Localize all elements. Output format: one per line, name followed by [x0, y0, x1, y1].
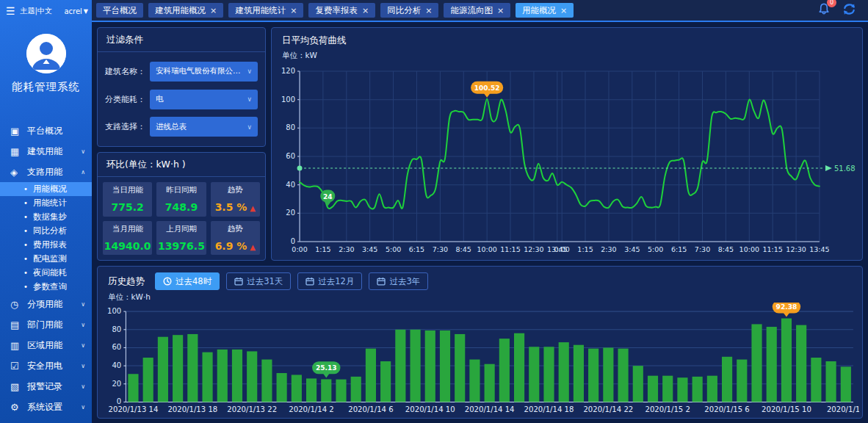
bar	[128, 374, 138, 402]
theme-language-switcher[interactable]: 主题|中文	[21, 6, 52, 16]
safety-power-icon: ☑	[10, 361, 27, 372]
range-button[interactable]: 过去31天	[226, 272, 291, 290]
bar	[366, 349, 376, 402]
chevron-down-icon: ∨	[247, 68, 252, 75]
calendar-icon	[305, 277, 314, 286]
svg-text:80: 80	[286, 123, 295, 131]
svg-text:2020/1/15 2: 2020/1/15 2	[645, 405, 690, 413]
sidebar-item[interactable]: ◈支路用能∧	[0, 162, 92, 182]
tab-close-icon[interactable]: ×	[290, 6, 297, 15]
tab[interactable]: 平台概况	[96, 3, 143, 18]
sidebar-subitem[interactable]: •同比分析	[0, 224, 92, 238]
app-logo-avatar	[26, 34, 66, 73]
select-value: 安科瑞电气股份有限公司A楼	[156, 66, 247, 76]
range-button[interactable]: 过去12月	[297, 272, 362, 290]
tab-close-icon[interactable]: ×	[560, 6, 567, 15]
svg-text:2020/1/15 10: 2020/1/15 10	[762, 405, 811, 413]
sidebar-item[interactable]: ☑安全用电∨	[0, 355, 92, 376]
bar	[232, 350, 242, 402]
sidebar-item[interactable]: ▧报警记录∨	[0, 376, 92, 397]
sidebar-subitem[interactable]: •费用报表	[0, 238, 92, 252]
bar	[336, 380, 346, 402]
department-energy-icon: ▤	[10, 319, 27, 330]
tab-close-icon[interactable]: ×	[497, 6, 504, 15]
comparison-cell-label: 当日用能	[112, 185, 143, 195]
bar	[158, 337, 168, 402]
svg-text:8:45: 8:45	[456, 245, 471, 253]
history-unit-label: 单位：kW·h	[98, 290, 862, 303]
bullet-icon: •	[23, 185, 28, 193]
tab[interactable]: 复费率报表×	[308, 3, 375, 18]
comparison-cell-value: 14940.0	[104, 240, 151, 252]
range-button[interactable]: 过去3年	[369, 272, 428, 290]
bullet-icon: •	[23, 255, 28, 263]
svg-text:5:00: 5:00	[386, 245, 401, 253]
chevron-down-icon: ∨	[81, 301, 85, 308]
chevron-down-icon: ∨	[81, 322, 85, 328]
sidebar-subitem[interactable]: •夜间能耗	[0, 266, 92, 280]
range-button-label: 过去12月	[318, 276, 354, 287]
sidebar-subitem[interactable]: •参数查询	[0, 280, 92, 294]
filter-field-select[interactable]: 电∨	[150, 90, 258, 109]
bar	[633, 366, 643, 402]
tab[interactable]: 能源流向图×	[444, 3, 510, 18]
bullet-icon: •	[23, 227, 28, 235]
tab-label: 能源流向图	[450, 5, 493, 16]
filter-field: 建筑名称：安科瑞电气股份有限公司A楼∨	[105, 62, 258, 82]
sidebar-subitem[interactable]: •配电监测	[0, 252, 92, 266]
comparison-cell-value: 6.9 %▲	[215, 240, 256, 252]
svg-text:3:45: 3:45	[624, 245, 640, 253]
tab[interactable]: 建筑用能统计×	[228, 3, 303, 18]
tab-close-icon[interactable]: ×	[362, 6, 369, 15]
bar	[351, 377, 361, 402]
comparison-cell-value: 3.5 %▲	[215, 201, 256, 213]
user-dropdown[interactable]: acrel ▼	[64, 7, 88, 15]
app-root: ☰ 主题|中文 acrel ▼ 能耗管理系统 ▣平台概况▦建筑用能∨◈支路用能∧…	[0, 0, 868, 423]
sidebar-subitem-label: 参数查询	[33, 281, 67, 292]
svg-text:11:15: 11:15	[762, 245, 782, 253]
sidebar-subitem-label: 费用报表	[33, 239, 67, 250]
tab[interactable]: 建筑用能概况×	[148, 3, 223, 18]
menu-toggle-icon[interactable]: ☰	[6, 5, 15, 17]
svg-text:2020/1/14 22: 2020/1/14 22	[583, 405, 633, 413]
tab-close-icon[interactable]: ×	[210, 6, 217, 15]
load-curve-line	[300, 99, 820, 209]
bar	[811, 358, 821, 402]
svg-text:0:00: 0:00	[554, 245, 570, 253]
svg-text:40: 40	[112, 361, 121, 369]
range-button[interactable]: 过去48时	[155, 272, 220, 290]
svg-text:1:15: 1:15	[315, 245, 330, 253]
sidebar-item-label: 区域用能	[27, 339, 81, 352]
user-avatar-icon	[26, 34, 66, 73]
bar	[425, 330, 435, 402]
sidebar-item[interactable]: ▤部门用能∨	[0, 314, 92, 335]
notifications-bell-icon[interactable]: 0	[817, 2, 831, 18]
sidebar-subitem[interactable]: •用能统计	[0, 196, 92, 210]
tab[interactable]: 用能概况×	[516, 3, 574, 18]
sidebar-subitem[interactable]: •用能概况	[0, 182, 92, 196]
sidebar-item[interactable]: ▦建筑用能∨	[0, 141, 92, 162]
chevron-down-icon: ∨	[81, 383, 85, 390]
sidebar-item[interactable]: ▥区域用能∨	[0, 335, 92, 355]
svg-text:13:45: 13:45	[809, 245, 829, 253]
sidebar-item[interactable]: ▣平台概况	[0, 120, 92, 141]
bar	[440, 330, 450, 402]
sidebar-subitem[interactable]: •数据集抄	[0, 210, 92, 224]
tab-close-icon[interactable]: ×	[425, 6, 432, 15]
bar	[380, 361, 391, 402]
sidebar-item[interactable]: ◷分项用能∨	[0, 294, 92, 314]
filter-field-select[interactable]: 进线总表∨	[150, 117, 258, 137]
bar	[543, 347, 554, 402]
sidebar-item[interactable]: ⚙系统设置∨	[0, 397, 92, 417]
region-energy-icon: ▥	[10, 340, 27, 351]
calendar-icon	[234, 277, 243, 286]
chart-marker: 100.52	[471, 82, 503, 98]
svg-text:20: 20	[286, 209, 295, 217]
tab-label: 用能概况	[522, 5, 556, 16]
tab[interactable]: 同比分析×	[380, 3, 438, 18]
bar	[292, 375, 302, 402]
filter-field-select[interactable]: 安科瑞电气股份有限公司A楼∨	[150, 62, 258, 82]
chevron-down-icon: ∨	[81, 404, 85, 411]
sidebar-subitem-label: 配电监测	[33, 253, 67, 264]
refresh-icon[interactable]	[842, 3, 856, 18]
